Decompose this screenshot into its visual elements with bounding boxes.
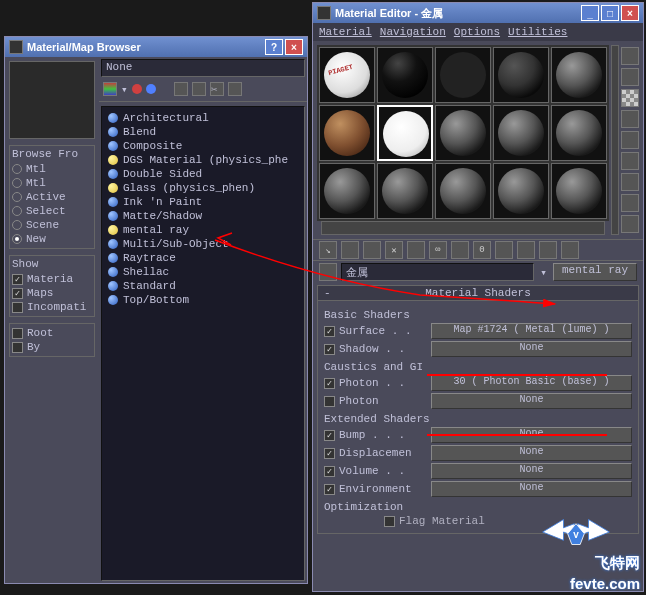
- shader-checkbox[interactable]: ✓: [324, 344, 335, 355]
- shader-checkbox[interactable]: ✓: [324, 466, 335, 477]
- material-item[interactable]: Shellac: [108, 265, 298, 279]
- shader-map-button[interactable]: Map #1724 ( Metal (lume) ): [431, 323, 632, 339]
- material-item[interactable]: Multi/Sub-Object: [108, 237, 298, 251]
- material-list[interactable]: ArchitecturalBlendCompositeDGS Material …: [101, 106, 305, 581]
- slots-scrollbar-vertical[interactable]: [611, 45, 619, 235]
- tool-icon-1[interactable]: [174, 82, 188, 96]
- material-item[interactable]: Composite: [108, 139, 298, 153]
- shader-map-button[interactable]: None: [431, 427, 632, 443]
- scissors-icon[interactable]: ✂: [210, 82, 224, 96]
- material-item[interactable]: Ink 'n Paint: [108, 195, 298, 209]
- material-name-input[interactable]: 金属: [341, 263, 534, 281]
- material-slot-3[interactable]: [435, 47, 491, 103]
- get-material-icon[interactable]: ↘: [319, 241, 337, 259]
- shader-map-button[interactable]: None: [431, 463, 632, 479]
- name-dropdown-icon[interactable]: ▾: [538, 266, 549, 279]
- options-icon[interactable]: [621, 173, 639, 191]
- put-to-scene-icon[interactable]: [341, 241, 359, 259]
- search-input[interactable]: None: [101, 59, 305, 77]
- material-item[interactable]: Raytrace: [108, 251, 298, 265]
- material-slot-4[interactable]: [493, 47, 549, 103]
- shader-map-button[interactable]: None: [431, 341, 632, 357]
- filter-check-root[interactable]: Root: [12, 326, 92, 340]
- assign-to-selection-icon[interactable]: [363, 241, 381, 259]
- menu-material[interactable]: Material: [319, 26, 372, 38]
- material-slot-6[interactable]: [319, 105, 375, 161]
- material-slot-5[interactable]: [551, 47, 607, 103]
- shader-checkbox[interactable]: ✓: [324, 484, 335, 495]
- slots-scrollbar-horizontal[interactable]: [321, 221, 605, 235]
- browse-from-radio-mtl[interactable]: Mtl: [12, 176, 92, 190]
- browser-help-button[interactable]: ?: [265, 39, 283, 55]
- select-by-material-icon[interactable]: [621, 194, 639, 212]
- material-slot-12[interactable]: [377, 163, 433, 219]
- material-map-navigator-icon[interactable]: [621, 215, 639, 233]
- material-item[interactable]: Top/Bottom: [108, 293, 298, 307]
- material-slot-13[interactable]: [435, 163, 491, 219]
- material-item[interactable]: Double Sided: [108, 167, 298, 181]
- show-check-materia[interactable]: ✓Materia: [12, 272, 92, 286]
- browser-close-button[interactable]: ×: [285, 39, 303, 55]
- material-slot-8[interactable]: [435, 105, 491, 161]
- shader-map-button[interactable]: None: [431, 445, 632, 461]
- material-effects-icon[interactable]: 0: [473, 241, 491, 259]
- red-sphere-icon[interactable]: [132, 84, 142, 94]
- make-copy-icon[interactable]: [407, 241, 425, 259]
- material-slot-11[interactable]: [319, 163, 375, 219]
- put-to-library-icon[interactable]: [451, 241, 469, 259]
- material-slot-9[interactable]: [493, 105, 549, 161]
- tool-icon-2[interactable]: [192, 82, 206, 96]
- material-slot-7-selected[interactable]: [377, 105, 433, 161]
- editor-close-button[interactable]: ×: [621, 5, 639, 21]
- make-unique-icon[interactable]: ∞: [429, 241, 447, 259]
- material-item[interactable]: DGS Material (physics_phe: [108, 153, 298, 167]
- material-item[interactable]: mental ray: [108, 223, 298, 237]
- show-check-incompati[interactable]: Incompati: [12, 300, 92, 314]
- view-list-icon[interactable]: [103, 82, 117, 96]
- video-check-icon[interactable]: [621, 131, 639, 149]
- editor-minimize-button[interactable]: _: [581, 5, 599, 21]
- delete-icon[interactable]: [228, 82, 242, 96]
- shader-map-button[interactable]: None: [431, 481, 632, 497]
- sample-type-icon[interactable]: [621, 47, 639, 65]
- reset-map-icon[interactable]: ✕: [385, 241, 403, 259]
- material-slot-1[interactable]: PIAGET: [319, 47, 375, 103]
- rollout-header[interactable]: - Material Shaders: [317, 285, 639, 301]
- go-forward-icon[interactable]: [561, 241, 579, 259]
- material-slot-14[interactable]: [493, 163, 549, 219]
- blue-sphere-icon[interactable]: [146, 84, 156, 94]
- material-slot-2[interactable]: [377, 47, 433, 103]
- material-item[interactable]: Matte/Shadow: [108, 209, 298, 223]
- shader-map-button[interactable]: None: [431, 393, 632, 409]
- show-map-icon[interactable]: [495, 241, 513, 259]
- browse-from-radio-scene[interactable]: Scene: [12, 218, 92, 232]
- browse-from-radio-mtl[interactable]: Mtl: [12, 162, 92, 176]
- flag-material-checkbox[interactable]: [384, 516, 395, 527]
- go-to-parent-icon[interactable]: [539, 241, 557, 259]
- make-preview-icon[interactable]: [621, 152, 639, 170]
- browse-from-radio-active[interactable]: Active: [12, 190, 92, 204]
- background-icon[interactable]: [621, 89, 639, 107]
- editor-titlebar[interactable]: Material Editor - 金属 _ □ ×: [313, 3, 643, 23]
- backlight-icon[interactable]: [621, 68, 639, 86]
- browse-from-radio-select[interactable]: Select: [12, 204, 92, 218]
- show-check-maps[interactable]: ✓Maps: [12, 286, 92, 300]
- shader-map-button[interactable]: 30 ( Photon Basic (base) ): [431, 375, 632, 391]
- material-type-button[interactable]: mental ray: [553, 263, 637, 281]
- shader-checkbox[interactable]: ✓: [324, 430, 335, 441]
- material-item[interactable]: Blend: [108, 125, 298, 139]
- shader-checkbox[interactable]: ✓: [324, 448, 335, 459]
- editor-maximize-button[interactable]: □: [601, 5, 619, 21]
- menu-utilities[interactable]: Utilities: [508, 26, 567, 38]
- material-item[interactable]: Glass (physics_phen): [108, 181, 298, 195]
- show-end-result-icon[interactable]: [517, 241, 535, 259]
- pick-material-icon[interactable]: [319, 263, 337, 281]
- menu-options[interactable]: Options: [454, 26, 500, 38]
- material-item[interactable]: Standard: [108, 279, 298, 293]
- material-slot-10[interactable]: [551, 105, 607, 161]
- material-item[interactable]: Architectural: [108, 111, 298, 125]
- filter-check-by[interactable]: By: [12, 340, 92, 354]
- shader-checkbox[interactable]: [324, 396, 335, 407]
- browse-from-radio-new[interactable]: New: [12, 232, 92, 246]
- shader-checkbox[interactable]: ✓: [324, 326, 335, 337]
